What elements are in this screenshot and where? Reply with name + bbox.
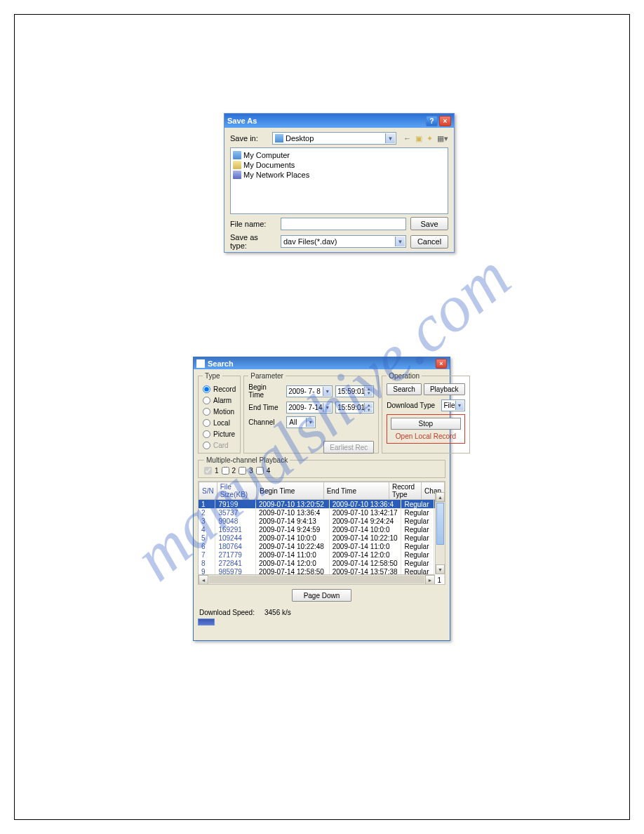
begin-date-input[interactable]: 2009- 7- 8▼ bbox=[286, 385, 333, 397]
search-button[interactable]: Search bbox=[387, 383, 422, 395]
new-folder-icon[interactable]: ✦ bbox=[427, 134, 433, 143]
table-cell: 2009-07-14 12:0:0 bbox=[329, 550, 401, 559]
close-button[interactable]: × bbox=[436, 359, 447, 369]
folder-list[interactable]: My Computer My Documents My Network Plac… bbox=[230, 147, 448, 214]
channel-checkbox-1[interactable] bbox=[204, 467, 212, 475]
horizontal-scrollbar[interactable]: ◄ ► bbox=[199, 574, 435, 584]
stop-button[interactable]: Stop bbox=[391, 418, 460, 430]
stop-highlight-box: Stop Open Local Record bbox=[387, 414, 464, 444]
page-down-button[interactable]: Page Down bbox=[292, 589, 352, 602]
download-type-select[interactable]: File▼ bbox=[441, 399, 465, 411]
chevron-down-icon[interactable]: ▼ bbox=[323, 387, 331, 396]
radio-label: Card bbox=[213, 442, 229, 449]
results-table-body[interactable]: 1791992009-07-10 13:20:522009-07-10 13:3… bbox=[199, 500, 445, 585]
table-cell: 1 bbox=[434, 584, 445, 585]
scroll-thumb[interactable] bbox=[209, 576, 424, 583]
table-row[interactable]: 3990482009-07-14 9:4:132009-07-14 9:24:2… bbox=[199, 517, 445, 525]
spinner[interactable]: ▲▼ bbox=[364, 403, 373, 412]
table-cell: 2009-07-14 13:57:45 bbox=[256, 584, 330, 585]
type-radio-alarm[interactable]: Alarm bbox=[203, 395, 236, 406]
table-row[interactable]: 1791992009-07-10 13:20:522009-07-10 13:3… bbox=[199, 500, 445, 508]
column-header[interactable]: File Size(KB) bbox=[217, 482, 257, 500]
save-as-titlebar[interactable]: Save As ? × bbox=[224, 114, 454, 128]
chevron-down-icon[interactable]: ▼ bbox=[306, 418, 314, 427]
table-row[interactable]: 41692912009-07-14 9:24:592009-07-14 10:0… bbox=[199, 525, 445, 534]
channel-select[interactable]: All▼ bbox=[286, 416, 316, 428]
channel-checkbox-3[interactable] bbox=[239, 467, 246, 475]
table-row[interactable]: 51092442009-07-14 10:0:02009-07-14 10:22… bbox=[199, 534, 445, 542]
type-radio-motion[interactable]: Motion bbox=[203, 406, 236, 417]
channel-checkbox-2[interactable] bbox=[222, 467, 229, 475]
vertical-scrollbar[interactable]: ▲ ▼ bbox=[435, 492, 445, 574]
up-folder-icon[interactable]: ▣ bbox=[415, 134, 422, 143]
file-name-input[interactable] bbox=[281, 218, 406, 230]
list-item[interactable]: My Network Places bbox=[233, 170, 445, 180]
column-header[interactable]: Begin Time bbox=[257, 482, 323, 500]
documents-icon bbox=[233, 161, 241, 169]
spinner[interactable]: ▲▼ bbox=[364, 387, 373, 396]
type-radio-card[interactable]: Card bbox=[203, 439, 236, 451]
radio-input[interactable] bbox=[203, 408, 210, 416]
cancel-button[interactable]: Cancel bbox=[410, 235, 448, 249]
scroll-left-icon[interactable]: ◄ bbox=[199, 575, 208, 585]
column-header[interactable]: S/N bbox=[199, 482, 217, 500]
back-icon[interactable]: ← bbox=[403, 134, 411, 143]
search-titlebar[interactable]: Search × bbox=[194, 357, 450, 369]
type-radio-local[interactable]: Local bbox=[203, 417, 236, 428]
table-row[interactable]: 2357372009-07-10 13:36:42009-07-10 13:42… bbox=[199, 508, 445, 517]
table-cell: Regular bbox=[401, 550, 434, 559]
end-time-label: End Time bbox=[248, 404, 283, 411]
scroll-up-icon[interactable]: ▲ bbox=[436, 492, 445, 502]
table-row[interactable]: 82728412009-07-14 12:0:02009-07-14 12:58… bbox=[199, 559, 445, 567]
end-time-input[interactable]: 15:59:01▲▼ bbox=[335, 402, 374, 413]
type-fieldset: Type RecordAlarmMotionLocalPictureCard bbox=[198, 372, 241, 454]
radio-input[interactable] bbox=[203, 397, 210, 404]
table-cell: 8699 bbox=[215, 584, 256, 585]
chevron-down-icon[interactable]: ▼ bbox=[455, 401, 464, 410]
chevron-down-icon[interactable]: ▼ bbox=[323, 403, 331, 412]
playback-button[interactable]: Playback bbox=[424, 383, 465, 395]
table-cell: 169291 bbox=[215, 525, 256, 534]
end-date-value: 2009- 7-14 bbox=[288, 404, 322, 411]
save-in-combo[interactable]: Desktop ▼ bbox=[272, 132, 396, 145]
end-date-input[interactable]: 2009- 7-14▼ bbox=[286, 402, 333, 413]
save-in-label: Save in: bbox=[230, 134, 269, 143]
scroll-thumb[interactable] bbox=[436, 503, 444, 545]
list-item-label: My Documents bbox=[243, 161, 295, 169]
column-header[interactable]: End Time bbox=[323, 482, 389, 500]
parameter-legend: Parameter bbox=[248, 372, 286, 380]
open-local-record-link[interactable]: Open Local Record bbox=[391, 432, 460, 440]
begin-time-input[interactable]: 15:59:01▲▼ bbox=[335, 385, 374, 397]
list-item[interactable]: My Documents bbox=[233, 160, 445, 170]
radio-input[interactable] bbox=[203, 419, 210, 427]
radio-input[interactable] bbox=[203, 385, 210, 393]
list-item[interactable]: My Computer bbox=[233, 150, 445, 160]
radio-label: Alarm bbox=[213, 397, 232, 404]
table-row[interactable]: 61807642009-07-14 10:22:482009-07-14 11:… bbox=[199, 542, 445, 550]
radio-label: Motion bbox=[213, 408, 234, 416]
radio-input[interactable] bbox=[203, 430, 210, 438]
scroll-right-icon[interactable]: ► bbox=[425, 575, 435, 585]
chevron-down-icon[interactable]: ▼ bbox=[385, 133, 395, 143]
help-button[interactable]: ? bbox=[426, 116, 438, 126]
type-radio-picture[interactable]: Picture bbox=[203, 428, 236, 439]
channel-cb-label: 2 bbox=[232, 467, 236, 475]
save-type-combo[interactable]: dav Files(*.dav) ▼ bbox=[281, 235, 406, 248]
save-button[interactable]: Save bbox=[410, 217, 448, 230]
operation-legend: Operation bbox=[387, 372, 422, 380]
channel-checkbox-4[interactable] bbox=[256, 467, 264, 475]
view-menu-icon[interactable]: ▦▾ bbox=[437, 134, 448, 143]
column-header[interactable]: Record Type bbox=[389, 482, 421, 500]
chevron-down-icon[interactable]: ▼ bbox=[395, 237, 405, 246]
table-row[interactable]: 72717792009-07-14 11:0:02009-07-14 12:0:… bbox=[199, 550, 445, 559]
scroll-down-icon[interactable]: ▼ bbox=[436, 564, 445, 574]
table-row[interactable]: 1186992009-07-14 13:57:452009-07-14 13:5… bbox=[199, 584, 445, 585]
earliest-rec-button[interactable]: Earliest Rec bbox=[323, 441, 374, 454]
table-cell: 2009-07-14 13:58:21 bbox=[329, 584, 401, 585]
table-cell: 2009-07-14 11:0:0 bbox=[329, 542, 401, 550]
table-cell: 271779 bbox=[215, 550, 256, 559]
search-title: Search bbox=[208, 359, 436, 368]
close-button[interactable]: × bbox=[439, 116, 451, 126]
type-radio-record[interactable]: Record bbox=[203, 383, 236, 395]
radio-input[interactable] bbox=[203, 442, 210, 449]
